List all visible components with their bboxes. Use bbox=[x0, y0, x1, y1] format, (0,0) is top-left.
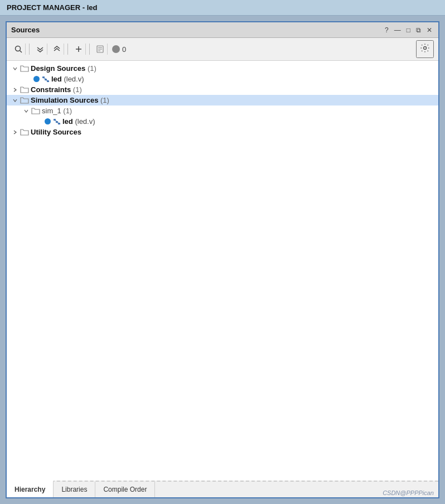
label-sim-sources: Simulation Sources (1) bbox=[31, 96, 109, 104]
svg-line-17 bbox=[55, 121, 57, 121]
status-dot-led-sim bbox=[45, 118, 51, 124]
add-button[interactable] bbox=[71, 44, 86, 55]
svg-rect-10 bbox=[45, 79, 47, 80]
label-led-design: led (led.v) bbox=[51, 75, 84, 83]
label-led-sim: led (led.v) bbox=[62, 117, 95, 126]
expander-constraints[interactable] bbox=[11, 86, 19, 94]
label-constraints: Constraints (1) bbox=[31, 85, 82, 94]
tree-item-sim1[interactable]: sim_1 (1) bbox=[7, 105, 438, 116]
minimize-icon[interactable]: — bbox=[393, 26, 403, 35]
hier-icon-led-sim bbox=[53, 118, 61, 125]
toolbar-count: 0 bbox=[112, 45, 126, 54]
tree-item-sim-sources[interactable]: Simulation Sources (1) bbox=[7, 95, 438, 105]
svg-rect-11 bbox=[47, 80, 49, 82]
toolbar-divider-1 bbox=[29, 44, 30, 55]
svg-point-0 bbox=[15, 46, 20, 51]
search-button[interactable] bbox=[11, 44, 26, 55]
tab-libraries[interactable]: Libraries bbox=[54, 482, 95, 497]
toolbar: 0 bbox=[7, 38, 438, 61]
close-icon[interactable]: ✕ bbox=[425, 26, 434, 35]
svg-line-1 bbox=[20, 51, 22, 53]
label-design-sources: Design Sources (1) bbox=[31, 64, 96, 73]
folder-icon-design-sources bbox=[20, 65, 29, 72]
tree-item-led-design[interactable]: led (led.v) bbox=[7, 74, 438, 84]
svg-rect-16 bbox=[58, 123, 60, 124]
folder-icon-sim1 bbox=[31, 107, 40, 114]
count-label: 0 bbox=[122, 45, 126, 54]
maximize-icon[interactable]: □ bbox=[405, 26, 412, 35]
settings-button[interactable] bbox=[416, 40, 434, 58]
folder-icon-sim-sources bbox=[20, 97, 29, 104]
status-circle bbox=[112, 45, 120, 53]
svg-rect-14 bbox=[54, 119, 56, 121]
tree-container: Design Sources (1) led (led.v) bbox=[7, 61, 438, 481]
expander-utility-sources[interactable] bbox=[11, 128, 19, 136]
hier-icon-led-design bbox=[42, 76, 50, 83]
tree-item-design-sources[interactable]: Design Sources (1) bbox=[7, 63, 438, 74]
label-utility-sources: Utility Sources bbox=[31, 128, 81, 136]
title-bar-label: PROJECT MANAGER - led bbox=[7, 3, 98, 12]
doc-button[interactable] bbox=[93, 44, 108, 55]
window-header: Sources ? — □ ⧉ ✕ bbox=[7, 22, 438, 38]
title-bar: PROJECT MANAGER - led bbox=[0, 0, 445, 16]
collapse-all-button[interactable] bbox=[33, 44, 47, 55]
bottom-tabs: Hierarchy Libraries Compile Order bbox=[7, 481, 438, 497]
tab-hierarchy[interactable]: Hierarchy bbox=[7, 481, 54, 497]
watermark: CSDN@PPPPican bbox=[383, 489, 434, 496]
tree-item-led-sim[interactable]: led (led.v) bbox=[7, 116, 438, 127]
expander-sim-sources[interactable] bbox=[11, 97, 19, 104]
tree-item-constraints[interactable]: Constraints (1) bbox=[7, 84, 438, 95]
main-window: Sources ? — □ ⧉ ✕ bbox=[6, 21, 439, 498]
window-controls: ? — □ ⧉ ✕ bbox=[383, 26, 434, 35]
svg-point-8 bbox=[424, 47, 427, 50]
label-sim1: sim_1 (1) bbox=[42, 107, 72, 115]
expander-sim1[interactable] bbox=[22, 107, 30, 115]
expander-design-sources[interactable] bbox=[11, 65, 19, 73]
restore-icon[interactable]: ⧉ bbox=[414, 26, 423, 35]
folder-icon-constraints bbox=[20, 86, 29, 93]
status-dot-led-design bbox=[33, 76, 40, 82]
toolbar-divider-3 bbox=[89, 44, 90, 55]
svg-rect-15 bbox=[56, 121, 58, 123]
tree-item-utility-sources[interactable]: Utility Sources bbox=[7, 127, 438, 137]
expand-all-button[interactable] bbox=[50, 44, 64, 55]
svg-line-12 bbox=[43, 78, 46, 79]
help-icon[interactable]: ? bbox=[383, 26, 390, 35]
tab-compile-order[interactable]: Compile Order bbox=[95, 482, 155, 497]
toolbar-divider-2 bbox=[67, 44, 68, 55]
svg-rect-9 bbox=[42, 76, 45, 78]
folder-icon-utility-sources bbox=[20, 128, 29, 136]
window-title: Sources bbox=[11, 26, 40, 34]
